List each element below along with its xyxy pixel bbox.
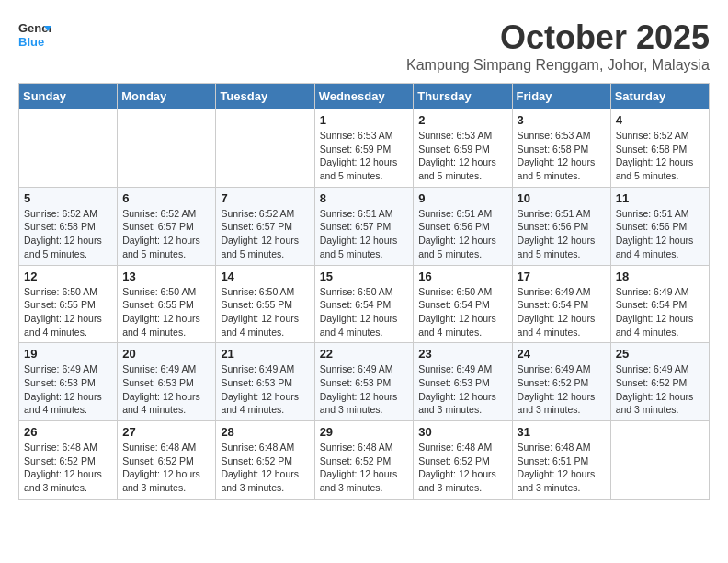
- location-subtitle: Kampung Simpang Renggam, Johor, Malaysia: [406, 57, 710, 74]
- day-info: Sunrise: 6:52 AM Sunset: 6:58 PM Dayligh…: [616, 129, 704, 183]
- calendar-cell: [19, 109, 118, 188]
- header-monday: Monday: [118, 84, 216, 109]
- calendar-cell: 11Sunrise: 6:51 AM Sunset: 6:56 PM Dayli…: [610, 187, 709, 265]
- week-row-1: 1Sunrise: 6:53 AM Sunset: 6:59 PM Daylig…: [19, 109, 710, 188]
- header-friday: Friday: [512, 84, 610, 109]
- calendar-cell: 17Sunrise: 6:49 AM Sunset: 6:54 PM Dayli…: [512, 265, 610, 343]
- day-number: 1: [320, 113, 409, 127]
- day-number: 10: [518, 191, 606, 205]
- day-number: 17: [518, 270, 606, 283]
- day-number: 27: [122, 425, 210, 439]
- calendar-cell: 28Sunrise: 6:48 AM Sunset: 6:52 PM Dayli…: [216, 421, 314, 500]
- day-info: Sunrise: 6:48 AM Sunset: 6:52 PM Dayligh…: [122, 441, 210, 495]
- logo: General Blue: [18, 18, 51, 52]
- day-info: Sunrise: 6:48 AM Sunset: 6:51 PM Dayligh…: [518, 441, 606, 495]
- day-number: 5: [24, 191, 112, 205]
- header-wednesday: Wednesday: [314, 84, 414, 109]
- header-sunday: Sunday: [19, 84, 118, 109]
- day-number: 7: [221, 191, 309, 205]
- day-number: 8: [320, 191, 409, 205]
- logo-icon: General Blue: [18, 18, 51, 52]
- week-row-3: 12Sunrise: 6:50 AM Sunset: 6:55 PM Dayli…: [19, 265, 710, 343]
- calendar-table: SundayMondayTuesdayWednesdayThursdayFrid…: [18, 83, 710, 500]
- day-info: Sunrise: 6:52 AM Sunset: 6:58 PM Dayligh…: [24, 207, 112, 261]
- day-info: Sunrise: 6:51 AM Sunset: 6:57 PM Dayligh…: [320, 207, 409, 261]
- day-info: Sunrise: 6:53 AM Sunset: 6:58 PM Dayligh…: [518, 129, 606, 183]
- day-info: Sunrise: 6:49 AM Sunset: 6:53 PM Dayligh…: [418, 362, 506, 417]
- day-info: Sunrise: 6:49 AM Sunset: 6:54 PM Dayligh…: [518, 285, 606, 339]
- day-number: 13: [122, 270, 210, 283]
- day-number: 26: [24, 425, 112, 439]
- calendar-cell: 4Sunrise: 6:52 AM Sunset: 6:58 PM Daylig…: [610, 109, 709, 188]
- day-info: Sunrise: 6:50 AM Sunset: 6:54 PM Dayligh…: [320, 285, 409, 339]
- day-number: 31: [518, 425, 606, 439]
- day-number: 20: [122, 347, 210, 361]
- calendar-cell: 14Sunrise: 6:50 AM Sunset: 6:55 PM Dayli…: [216, 265, 314, 343]
- header-thursday: Thursday: [414, 84, 512, 109]
- day-info: Sunrise: 6:50 AM Sunset: 6:54 PM Dayligh…: [418, 285, 506, 339]
- day-info: Sunrise: 6:48 AM Sunset: 6:52 PM Dayligh…: [221, 441, 309, 495]
- calendar-cell: 5Sunrise: 6:52 AM Sunset: 6:58 PM Daylig…: [19, 187, 118, 265]
- calendar-cell: 10Sunrise: 6:51 AM Sunset: 6:56 PM Dayli…: [512, 187, 610, 265]
- day-number: 9: [418, 191, 506, 205]
- day-info: Sunrise: 6:49 AM Sunset: 6:53 PM Dayligh…: [221, 362, 309, 417]
- day-number: 30: [418, 425, 506, 439]
- day-info: Sunrise: 6:52 AM Sunset: 6:57 PM Dayligh…: [122, 207, 210, 261]
- calendar-cell: 3Sunrise: 6:53 AM Sunset: 6:58 PM Daylig…: [512, 109, 610, 188]
- day-number: 21: [221, 347, 309, 361]
- day-number: 6: [122, 191, 210, 205]
- calendar-cell: 6Sunrise: 6:52 AM Sunset: 6:57 PM Daylig…: [118, 187, 216, 265]
- calendar-cell: 29Sunrise: 6:48 AM Sunset: 6:52 PM Dayli…: [314, 421, 414, 500]
- day-info: Sunrise: 6:53 AM Sunset: 6:59 PM Dayligh…: [320, 129, 409, 183]
- day-info: Sunrise: 6:51 AM Sunset: 6:56 PM Dayligh…: [418, 207, 506, 261]
- day-info: Sunrise: 6:51 AM Sunset: 6:56 PM Dayligh…: [616, 207, 704, 261]
- calendar-cell: [118, 109, 216, 188]
- calendar-cell: 2Sunrise: 6:53 AM Sunset: 6:59 PM Daylig…: [414, 109, 512, 188]
- calendar-cell: 20Sunrise: 6:49 AM Sunset: 6:53 PM Dayli…: [118, 343, 216, 421]
- calendar-cell: 23Sunrise: 6:49 AM Sunset: 6:53 PM Dayli…: [414, 343, 512, 421]
- day-info: Sunrise: 6:49 AM Sunset: 6:52 PM Dayligh…: [616, 362, 704, 417]
- day-info: Sunrise: 6:53 AM Sunset: 6:59 PM Dayligh…: [418, 129, 506, 183]
- day-info: Sunrise: 6:51 AM Sunset: 6:56 PM Dayligh…: [518, 207, 606, 261]
- calendar-cell: 27Sunrise: 6:48 AM Sunset: 6:52 PM Dayli…: [118, 421, 216, 500]
- day-number: 25: [616, 347, 704, 361]
- day-number: 22: [320, 347, 409, 361]
- day-number: 16: [418, 270, 506, 283]
- day-info: Sunrise: 6:49 AM Sunset: 6:52 PM Dayligh…: [518, 362, 606, 417]
- calendar-cell: 22Sunrise: 6:49 AM Sunset: 6:53 PM Dayli…: [314, 343, 414, 421]
- calendar-cell: 9Sunrise: 6:51 AM Sunset: 6:56 PM Daylig…: [414, 187, 512, 265]
- calendar-cell: 25Sunrise: 6:49 AM Sunset: 6:52 PM Dayli…: [610, 343, 709, 421]
- day-number: 3: [518, 113, 606, 127]
- day-info: Sunrise: 6:48 AM Sunset: 6:52 PM Dayligh…: [418, 441, 506, 495]
- calendar-cell: 8Sunrise: 6:51 AM Sunset: 6:57 PM Daylig…: [314, 187, 414, 265]
- day-number: 14: [221, 270, 309, 283]
- header-tuesday: Tuesday: [216, 84, 314, 109]
- day-info: Sunrise: 6:50 AM Sunset: 6:55 PM Dayligh…: [221, 285, 309, 339]
- day-number: 2: [418, 113, 506, 127]
- calendar-cell: 19Sunrise: 6:49 AM Sunset: 6:53 PM Dayli…: [19, 343, 118, 421]
- day-number: 15: [320, 270, 409, 283]
- day-info: Sunrise: 6:49 AM Sunset: 6:54 PM Dayligh…: [616, 285, 704, 339]
- calendar-cell: 24Sunrise: 6:49 AM Sunset: 6:52 PM Dayli…: [512, 343, 610, 421]
- calendar-cell: [216, 109, 314, 188]
- day-info: Sunrise: 6:52 AM Sunset: 6:57 PM Dayligh…: [221, 207, 309, 261]
- day-number: 11: [616, 191, 704, 205]
- calendar-cell: 16Sunrise: 6:50 AM Sunset: 6:54 PM Dayli…: [414, 265, 512, 343]
- day-number: 18: [616, 270, 704, 283]
- calendar-header-row: SundayMondayTuesdayWednesdayThursdayFrid…: [19, 84, 710, 109]
- day-info: Sunrise: 6:49 AM Sunset: 6:53 PM Dayligh…: [320, 362, 409, 417]
- day-number: 24: [518, 347, 606, 361]
- calendar-cell: 13Sunrise: 6:50 AM Sunset: 6:55 PM Dayli…: [118, 265, 216, 343]
- calendar-cell: 21Sunrise: 6:49 AM Sunset: 6:53 PM Dayli…: [216, 343, 314, 421]
- calendar-cell: 15Sunrise: 6:50 AM Sunset: 6:54 PM Dayli…: [314, 265, 414, 343]
- month-title: October 2025: [406, 18, 710, 57]
- calendar-cell: 30Sunrise: 6:48 AM Sunset: 6:52 PM Dayli…: [414, 421, 512, 500]
- title-block: October 2025 Kampung Simpang Renggam, Jo…: [406, 18, 710, 74]
- calendar-body: 1Sunrise: 6:53 AM Sunset: 6:59 PM Daylig…: [19, 109, 710, 500]
- header-saturday: Saturday: [610, 84, 709, 109]
- calendar-cell: 26Sunrise: 6:48 AM Sunset: 6:52 PM Dayli…: [19, 421, 118, 500]
- calendar-cell: 12Sunrise: 6:50 AM Sunset: 6:55 PM Dayli…: [19, 265, 118, 343]
- calendar-cell: [610, 421, 709, 500]
- day-number: 23: [418, 347, 506, 361]
- week-row-4: 19Sunrise: 6:49 AM Sunset: 6:53 PM Dayli…: [19, 343, 710, 421]
